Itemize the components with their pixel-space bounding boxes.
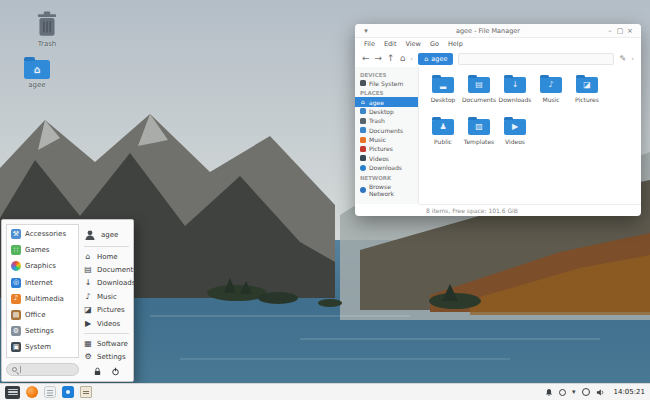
- toolbar: ← → ↑ ⌂ ‹ ⌂ agee ✎ ›: [355, 50, 641, 67]
- shortcut-documents[interactable]: ▤ Documents: [84, 263, 129, 276]
- sidebar-item-agee[interactable]: ⌂ agee: [355, 97, 418, 106]
- home-icon: ⌂: [360, 99, 366, 105]
- notifications-bell-icon[interactable]: [545, 388, 553, 397]
- path-button-label: agee: [431, 55, 447, 63]
- sidebar-item-documents[interactable]: Documents: [355, 126, 418, 135]
- home-icon[interactable]: ⌂: [400, 54, 406, 63]
- action-settings[interactable]: ⚙ Settings: [84, 351, 129, 364]
- shortcut-music[interactable]: ♪ Music: [84, 290, 129, 303]
- user-row[interactable]: agee: [84, 226, 129, 243]
- shortcut-pictures[interactable]: ◪ Pictures: [84, 304, 129, 317]
- sidebar-item-music[interactable]: Music: [355, 135, 418, 144]
- office-icon: ▤: [11, 310, 21, 320]
- volume-icon[interactable]: [596, 388, 605, 397]
- text-cursor: [20, 366, 21, 373]
- sidebar-header-places: PLACES: [355, 88, 418, 98]
- browser-launcher-icon[interactable]: [26, 386, 38, 398]
- accessories-icon: ⚒: [11, 229, 21, 239]
- menu-file[interactable]: File: [364, 40, 375, 48]
- category-graphics[interactable]: Graphics: [7, 258, 78, 274]
- trash-icon: [35, 10, 59, 38]
- multimedia-icon: ♪: [11, 294, 21, 304]
- action-software[interactable]: ▦ Software: [84, 337, 129, 350]
- folder-icon: ▧: [468, 119, 490, 135]
- folder-videos[interactable]: ▶ Videos: [497, 116, 533, 158]
- search-icon: [12, 367, 17, 372]
- menu-edit[interactable]: Edit: [384, 40, 397, 48]
- caret-down-icon[interactable]: ▾: [572, 389, 576, 396]
- signpost-launcher-icon[interactable]: [80, 386, 92, 398]
- category-system[interactable]: ▣ System: [7, 339, 78, 355]
- close-button[interactable]: ×: [625, 27, 635, 35]
- taskbar: ▾ 14:05:21: [0, 383, 650, 400]
- category-settings[interactable]: ⚙ Settings: [7, 323, 78, 339]
- sidebar-item-desktop[interactable]: Desktop: [355, 107, 418, 116]
- path-bar[interactable]: [458, 53, 614, 65]
- blue-app-launcher-icon[interactable]: [62, 386, 74, 398]
- folder-documents[interactable]: ▤ Documents: [461, 74, 497, 116]
- forward-icon[interactable]: →: [375, 54, 383, 63]
- search-input[interactable]: [24, 366, 73, 374]
- sidebar-item-browse-network[interactable]: Browse Network: [355, 182, 418, 198]
- chevron-right-icon[interactable]: ›: [631, 55, 634, 63]
- folder-templates[interactable]: ▧ Templates: [461, 116, 497, 158]
- category-accessories[interactable]: ⚒ Accessories: [7, 226, 78, 242]
- lock-screen-icon[interactable]: [93, 367, 102, 376]
- music-icon: [360, 137, 366, 143]
- drive-icon: [360, 80, 366, 86]
- menu-help[interactable]: Help: [448, 40, 463, 48]
- menu-go[interactable]: Go: [430, 40, 439, 48]
- sidebar-item-trash[interactable]: Trash: [355, 116, 418, 125]
- files-launcher-icon[interactable]: [44, 386, 56, 398]
- menu-view[interactable]: View: [405, 40, 420, 48]
- maximize-button[interactable]: ▢: [615, 27, 625, 35]
- sidebar-item-videos[interactable]: Videos: [355, 154, 418, 163]
- downloads-icon: ↓: [84, 279, 92, 287]
- settings-icon: ⚙: [11, 326, 21, 336]
- desktop-icon-home[interactable]: ⌂ agee: [14, 60, 60, 89]
- application-menu: ⚒ Accessories ∷ Games Graphics ◎ Interne…: [1, 219, 134, 382]
- sidebar-item-pictures[interactable]: Pictures: [355, 144, 418, 153]
- folder-pictures[interactable]: ◪ Pictures: [569, 74, 605, 116]
- folder-downloads[interactable]: ↓ Downloads: [497, 74, 533, 116]
- power-icon[interactable]: [111, 367, 120, 376]
- sidebar-item-downloads[interactable]: Downloads: [355, 163, 418, 172]
- folder-desktop[interactable]: ▂ Desktop: [425, 74, 461, 116]
- update-indicator-icon[interactable]: [559, 389, 566, 396]
- shortcut-downloads[interactable]: ↓ Downloads: [84, 277, 129, 290]
- sidebar-header-devices: DEVICES: [355, 69, 418, 79]
- divider: [84, 246, 129, 247]
- home-icon: ⌂: [84, 253, 92, 261]
- category-multimedia[interactable]: ♪ Multimedia: [7, 291, 78, 307]
- title-bar[interactable]: ▾ agee - File Manager – ▢ ×: [355, 24, 641, 38]
- category-office[interactable]: ▤ Office: [7, 307, 78, 323]
- back-icon[interactable]: ←: [362, 54, 370, 63]
- folder-music[interactable]: ♪ Music: [533, 74, 569, 116]
- app-menu-button[interactable]: [5, 386, 20, 399]
- folder-icon: ♟: [432, 119, 454, 135]
- username: agee: [101, 231, 118, 239]
- up-icon[interactable]: ↑: [387, 54, 395, 63]
- sidebar-item-file-system[interactable]: File System: [355, 79, 418, 88]
- menu-bar: File Edit View Go Help: [355, 38, 641, 50]
- edit-path-icon[interactable]: ✎: [619, 54, 626, 63]
- minimize-button[interactable]: –: [605, 27, 615, 35]
- clock[interactable]: 14:05:21: [614, 388, 645, 396]
- system-icon: ▣: [11, 342, 21, 352]
- menu-search-box[interactable]: [6, 363, 79, 376]
- menu-shortcuts: agee ⌂ Home ▤ Documents ↓ Downloads ♪ Mu…: [84, 226, 129, 377]
- category-games[interactable]: ∷ Games: [7, 242, 78, 258]
- shortcut-home[interactable]: ⌂ Home: [84, 250, 129, 263]
- desktop-icon-trash[interactable]: Trash: [24, 10, 70, 48]
- folder-public[interactable]: ♟ Public: [425, 116, 461, 158]
- network-indicator-icon[interactable]: [582, 388, 590, 396]
- chevron-left-icon[interactable]: ‹: [410, 55, 413, 63]
- shortcut-videos[interactable]: ▶ Videos: [84, 317, 129, 330]
- status-bar: 8 items, Free space: 101.6 GiB: [419, 204, 641, 216]
- folder-icon: ◪: [576, 77, 598, 93]
- path-button-agee[interactable]: ⌂ agee: [418, 53, 453, 65]
- folder-icon: ▤: [468, 77, 490, 93]
- folder-icon: ▂: [432, 77, 454, 93]
- window-menu-icon[interactable]: ▾: [361, 27, 371, 35]
- category-internet[interactable]: ◎ Internet: [7, 275, 78, 291]
